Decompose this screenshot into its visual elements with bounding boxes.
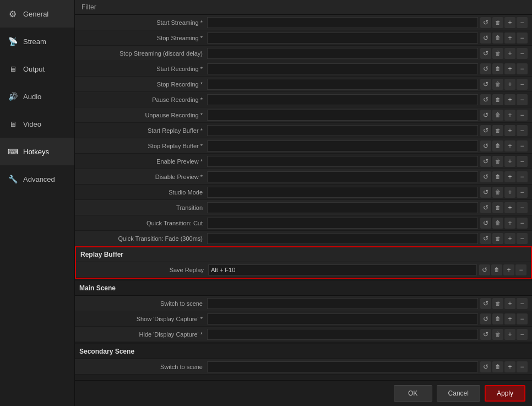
reset-button[interactable]: ↺: [479, 264, 490, 275]
remove-button[interactable]: −: [517, 298, 528, 309]
reset-button[interactable]: ↺: [480, 125, 491, 136]
hotkey-input[interactable]: [207, 48, 478, 59]
hotkey-input[interactable]: [207, 187, 478, 198]
delete-button[interactable]: 🗑: [491, 264, 502, 275]
remove-button[interactable]: −: [517, 110, 528, 121]
reset-button[interactable]: ↺: [480, 140, 491, 151]
remove-button[interactable]: −: [517, 125, 528, 136]
remove-button[interactable]: −: [517, 233, 528, 244]
add-button[interactable]: +: [504, 202, 515, 213]
hotkey-input[interactable]: [207, 110, 478, 121]
reset-button[interactable]: ↺: [480, 79, 491, 90]
delete-button[interactable]: 🗑: [492, 218, 503, 229]
sidebar-item-general[interactable]: ⚙ General: [0, 0, 74, 28]
remove-button[interactable]: −: [517, 17, 528, 28]
remove-button[interactable]: −: [517, 63, 528, 74]
reset-button[interactable]: ↺: [480, 33, 491, 44]
remove-button[interactable]: −: [517, 313, 528, 324]
delete-button[interactable]: 🗑: [492, 79, 503, 90]
hotkeys-area[interactable]: Start Streaming *↺🗑+−Stop Streaming *↺🗑+…: [75, 15, 532, 380]
sidebar-item-hotkeys[interactable]: ⌨ Hotkeys: [0, 138, 74, 165]
hotkey-input[interactable]: [207, 361, 478, 372]
add-button[interactable]: +: [504, 156, 515, 167]
add-button[interactable]: +: [504, 17, 515, 28]
reset-button[interactable]: ↺: [480, 361, 491, 372]
hotkey-input[interactable]: [207, 329, 478, 340]
reset-button[interactable]: ↺: [480, 298, 491, 309]
remove-button[interactable]: −: [517, 361, 528, 372]
remove-button[interactable]: −: [517, 187, 528, 198]
sidebar-item-output[interactable]: 🖥 Output: [0, 55, 74, 83]
hotkey-input[interactable]: [207, 313, 478, 324]
reset-button[interactable]: ↺: [480, 48, 491, 59]
hotkey-input[interactable]: [207, 17, 478, 28]
remove-button[interactable]: −: [517, 156, 528, 167]
delete-button[interactable]: 🗑: [492, 171, 503, 182]
delete-button[interactable]: 🗑: [492, 94, 503, 105]
add-button[interactable]: +: [504, 171, 515, 182]
delete-button[interactable]: 🗑: [492, 298, 503, 309]
delete-button[interactable]: 🗑: [492, 63, 503, 74]
delete-button[interactable]: 🗑: [492, 17, 503, 28]
add-button[interactable]: +: [504, 187, 515, 198]
delete-button[interactable]: 🗑: [492, 140, 503, 151]
reset-button[interactable]: ↺: [480, 171, 491, 182]
add-button[interactable]: +: [504, 63, 515, 74]
add-button[interactable]: +: [504, 48, 515, 59]
remove-button[interactable]: −: [517, 79, 528, 90]
hotkey-input[interactable]: [207, 63, 478, 74]
remove-button[interactable]: −: [517, 94, 528, 105]
apply-button[interactable]: Apply: [485, 385, 525, 402]
reset-button[interactable]: ↺: [480, 63, 491, 74]
delete-button[interactable]: 🗑: [492, 48, 503, 59]
reset-button[interactable]: ↺: [480, 329, 491, 340]
hotkey-input[interactable]: [207, 218, 478, 229]
hotkey-input[interactable]: [207, 233, 478, 244]
reset-button[interactable]: ↺: [480, 218, 491, 229]
delete-button[interactable]: 🗑: [492, 110, 503, 121]
delete-button[interactable]: 🗑: [492, 156, 503, 167]
reset-button[interactable]: ↺: [480, 233, 491, 244]
delete-button[interactable]: 🗑: [492, 233, 503, 244]
delete-button[interactable]: 🗑: [492, 361, 503, 372]
sidebar-item-audio[interactable]: 🔊 Audio: [0, 83, 74, 110]
add-button[interactable]: +: [504, 110, 515, 121]
delete-button[interactable]: 🗑: [492, 329, 503, 340]
add-button[interactable]: +: [503, 264, 514, 275]
remove-button[interactable]: −: [517, 48, 528, 59]
add-button[interactable]: +: [504, 79, 515, 90]
reset-button[interactable]: ↺: [480, 110, 491, 121]
remove-button[interactable]: −: [517, 218, 528, 229]
filter-input[interactable]: [101, 3, 525, 11]
hotkey-input[interactable]: [207, 156, 478, 167]
add-button[interactable]: +: [504, 218, 515, 229]
delete-button[interactable]: 🗑: [492, 313, 503, 324]
add-button[interactable]: +: [504, 233, 515, 244]
remove-button[interactable]: −: [517, 140, 528, 151]
remove-button[interactable]: −: [517, 329, 528, 340]
add-button[interactable]: +: [504, 361, 515, 372]
hotkey-input[interactable]: [207, 171, 478, 182]
hotkey-input[interactable]: [207, 202, 478, 213]
hotkey-input[interactable]: [207, 79, 478, 90]
add-button[interactable]: +: [504, 313, 515, 324]
add-button[interactable]: +: [504, 298, 515, 309]
hotkey-input[interactable]: [207, 298, 478, 309]
remove-button[interactable]: −: [517, 202, 528, 213]
reset-button[interactable]: ↺: [480, 202, 491, 213]
remove-button[interactable]: −: [517, 171, 528, 182]
hotkey-input[interactable]: [208, 264, 477, 275]
add-button[interactable]: +: [504, 94, 515, 105]
delete-button[interactable]: 🗑: [492, 125, 503, 136]
add-button[interactable]: +: [504, 125, 515, 136]
reset-button[interactable]: ↺: [480, 156, 491, 167]
ok-button[interactable]: OK: [394, 385, 432, 402]
delete-button[interactable]: 🗑: [492, 33, 503, 44]
delete-button[interactable]: 🗑: [492, 187, 503, 198]
remove-button[interactable]: −: [515, 264, 526, 275]
reset-button[interactable]: ↺: [480, 94, 491, 105]
remove-button[interactable]: −: [517, 33, 528, 44]
hotkey-input[interactable]: [207, 125, 478, 136]
hotkey-input[interactable]: [207, 33, 478, 44]
add-button[interactable]: +: [504, 329, 515, 340]
